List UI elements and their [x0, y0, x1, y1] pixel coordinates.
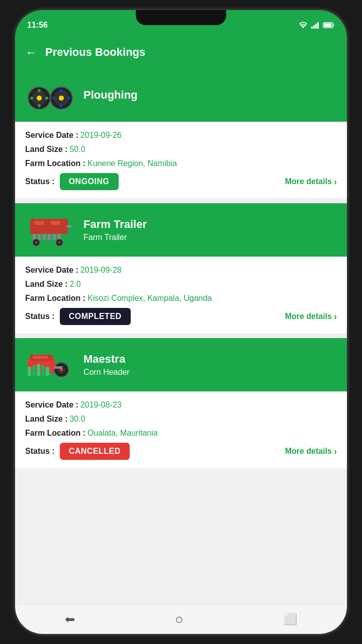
card-header-2: Farm Trailer Farm Trailer: [15, 203, 347, 257]
trailer-svg: [25, 214, 75, 247]
status-area-2: Status : COMPLETED: [25, 308, 131, 325]
svg-rect-27: [48, 234, 51, 240]
maestra-svg: [25, 349, 75, 381]
status-area-3: Status : CANCELLED: [25, 443, 130, 460]
svg-rect-35: [34, 221, 44, 225]
nav-back-button[interactable]: ⬅: [65, 612, 75, 626]
svg-point-17: [59, 96, 64, 101]
card-subtitle-3: Corn Header: [83, 368, 130, 377]
equipment-image-3: [25, 347, 75, 382]
farm-location-field-3: Farm Location : Oualata, Mauritania: [25, 429, 337, 438]
service-date-field-3: Service Date : 2019-08-23: [25, 400, 337, 410]
svg-point-19: [60, 104, 63, 107]
wifi-icon: [299, 22, 308, 29]
svg-point-0: [303, 27, 304, 28]
app-header: ← Previous Bookings: [15, 36, 347, 68]
farm-location-value-3: Oualata, Mauritania: [87, 429, 158, 438]
service-date-value-1: 2019-09-26: [80, 131, 122, 140]
card-title-1: Ploughing: [83, 89, 138, 102]
more-details-3[interactable]: More details ›: [285, 446, 337, 457]
svg-point-11: [38, 89, 41, 92]
land-size-label-3: Land Size :: [25, 415, 67, 424]
card-header-1: Ploughing: [15, 68, 347, 122]
svg-rect-2: [313, 25, 315, 29]
bookings-list: Ploughing Service Date : 2019-09-26 Land…: [15, 68, 347, 604]
service-date-field-1: Service Date : 2019-09-26: [25, 131, 337, 140]
card-title-2: Farm Trailer: [83, 218, 147, 231]
farm-location-field-2: Farm Location : Kisozi Complex, Kampala,…: [25, 294, 337, 303]
farm-location-value-2: Kisozi Complex, Kampala, Uganda: [87, 294, 212, 303]
svg-rect-47: [54, 366, 62, 369]
chevron-icon-2: ›: [334, 311, 337, 322]
svg-point-13: [30, 97, 33, 100]
svg-rect-34: [66, 225, 72, 227]
status-time: 11:56: [27, 21, 48, 30]
svg-rect-42: [46, 367, 49, 376]
land-size-value-1: 50.0: [69, 145, 85, 154]
card-body-3: Service Date : 2019-08-23 Land Size : 30…: [15, 391, 347, 468]
ploughing-svg: [25, 79, 75, 112]
svg-rect-3: [315, 24, 317, 29]
card-title-area-3: Maestra Corn Header: [83, 353, 130, 377]
svg-rect-25: [38, 234, 41, 240]
booking-card-2: Farm Trailer Farm Trailer Service Date :…: [15, 203, 347, 333]
svg-rect-48: [33, 356, 48, 359]
svg-rect-7: [324, 24, 332, 27]
svg-rect-4: [317, 22, 319, 29]
svg-point-33: [58, 241, 61, 244]
svg-point-21: [67, 97, 70, 100]
more-details-1[interactable]: More details ›: [285, 177, 337, 187]
land-size-field-3: Land Size : 30.0: [25, 415, 337, 424]
battery-icon: [323, 22, 335, 29]
bottom-nav: ⬅ ○ ⬜: [15, 604, 347, 634]
svg-rect-38: [28, 367, 31, 376]
service-date-label-1: Service Date :: [25, 131, 78, 140]
more-details-2[interactable]: More details ›: [285, 311, 337, 322]
land-size-label-2: Land Size :: [25, 280, 67, 289]
status-label-1: Status :: [25, 177, 55, 186]
land-size-field-1: Land Size : 50.0: [25, 145, 337, 154]
svg-rect-6: [333, 24, 334, 26]
status-badge-3: CANCELLED: [60, 443, 130, 460]
svg-point-18: [60, 89, 63, 92]
svg-rect-22: [49, 97, 51, 99]
svg-rect-1: [311, 27, 313, 29]
card-footer-1: Status : ONGOING More details ›: [25, 173, 337, 190]
svg-point-12: [38, 104, 41, 107]
land-size-value-2: 2.0: [69, 280, 80, 289]
service-date-label-3: Service Date :: [25, 400, 78, 410]
card-footer-2: Status : COMPLETED More details ›: [25, 308, 337, 325]
back-button[interactable]: ←: [25, 45, 37, 59]
service-date-value-3: 2019-08-23: [80, 400, 122, 410]
svg-point-14: [45, 97, 48, 100]
card-body-2: Service Date : 2019-09-28 Land Size : 2.…: [15, 257, 347, 333]
svg-point-20: [52, 97, 55, 100]
farm-location-field-1: Farm Location : Kunene Region, Namibia: [25, 159, 337, 168]
svg-rect-39: [32, 365, 36, 376]
land-size-label-1: Land Size :: [25, 145, 67, 154]
booking-card-1: Ploughing Service Date : 2019-09-26 Land…: [15, 68, 347, 198]
svg-point-31: [35, 241, 38, 244]
service-date-value-2: 2019-09-28: [80, 266, 122, 275]
card-subtitle-2: Farm Trailer: [83, 233, 147, 242]
svg-rect-36: [50, 221, 60, 225]
card-footer-3: Status : CANCELLED More details ›: [25, 443, 337, 460]
nav-home-button[interactable]: ○: [175, 611, 184, 627]
farm-location-value-1: Kunene Region, Namibia: [87, 159, 177, 168]
card-title-area-2: Farm Trailer Farm Trailer: [83, 218, 147, 242]
equipment-image-1: [25, 77, 75, 113]
page-title: Previous Bookings: [45, 46, 145, 59]
status-badge-1: ONGOING: [60, 173, 119, 190]
service-date-field-2: Service Date : 2019-09-28: [25, 266, 337, 275]
status-badge-2: COMPLETED: [60, 308, 131, 325]
status-label-2: Status :: [25, 312, 55, 321]
nav-recent-button[interactable]: ⬜: [284, 613, 297, 626]
farm-location-label-2: Farm Location :: [25, 294, 85, 303]
card-title-3: Maestra: [83, 353, 130, 366]
farm-location-label-3: Farm Location :: [25, 429, 85, 438]
status-label-3: Status :: [25, 447, 55, 456]
land-size-field-2: Land Size : 2.0: [25, 280, 337, 289]
signal-icon: [311, 22, 320, 29]
svg-rect-40: [37, 364, 40, 376]
phone-frame: 11:56 ← Pr: [15, 10, 347, 634]
